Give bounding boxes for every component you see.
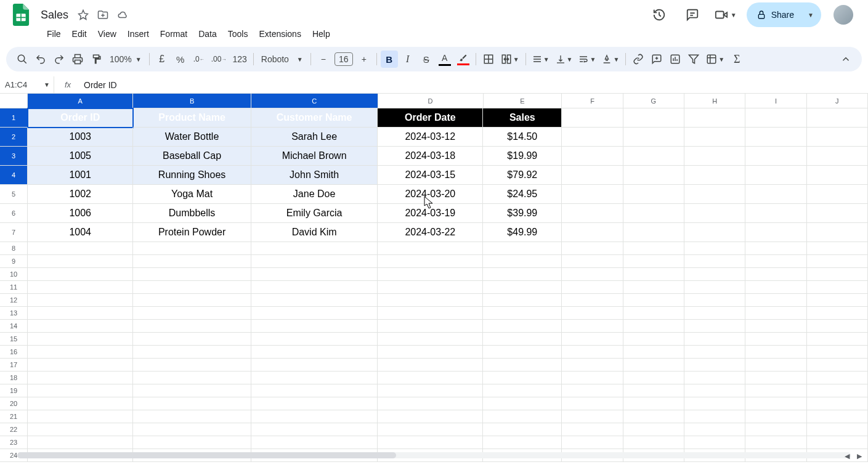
- cell-F4[interactable]: [562, 166, 623, 185]
- cell-A4[interactable]: 1001: [28, 166, 133, 185]
- cell-H17[interactable]: [684, 359, 745, 372]
- cell-F20[interactable]: [562, 397, 623, 410]
- cell-J14[interactable]: [807, 320, 868, 333]
- cell-C11[interactable]: [251, 281, 378, 294]
- cell-F22[interactable]: [562, 423, 623, 436]
- cell-E3[interactable]: $19.99: [483, 147, 562, 166]
- cell-C15[interactable]: [251, 333, 378, 346]
- cell-C7[interactable]: David Kim: [251, 223, 378, 242]
- cell-H13[interactable]: [684, 307, 745, 320]
- cell-H9[interactable]: [684, 255, 745, 268]
- cell-J6[interactable]: [807, 204, 868, 223]
- cell-F16[interactable]: [562, 346, 623, 359]
- cell-H11[interactable]: [684, 281, 745, 294]
- row-header-16[interactable]: 16: [0, 346, 28, 359]
- cell-A6[interactable]: 1006: [28, 204, 133, 223]
- cell-C12[interactable]: [251, 294, 378, 307]
- cell-B5[interactable]: Yoga Mat: [133, 185, 251, 204]
- cell-F19[interactable]: [562, 384, 623, 397]
- font-size-input[interactable]: [335, 52, 353, 66]
- cell-E18[interactable]: [483, 372, 562, 384]
- functions-button[interactable]: Σ: [728, 51, 745, 68]
- cell-A8[interactable]: [28, 242, 133, 255]
- cell-A17[interactable]: [28, 359, 133, 372]
- menu-format[interactable]: Format: [155, 26, 192, 41]
- cell-E10[interactable]: [483, 268, 562, 281]
- cell-G3[interactable]: [623, 147, 684, 166]
- cell-E2[interactable]: $14.50: [483, 128, 562, 147]
- cell-F11[interactable]: [562, 281, 623, 294]
- row-header-21[interactable]: 21: [0, 410, 28, 423]
- cell-E20[interactable]: [483, 397, 562, 410]
- cell-G19[interactable]: [623, 384, 684, 397]
- row-header-1[interactable]: 1: [0, 108, 28, 128]
- row-header-15[interactable]: 15: [0, 333, 28, 346]
- cell-B9[interactable]: [133, 255, 251, 268]
- cell-C20[interactable]: [251, 397, 378, 410]
- cell-J1[interactable]: [807, 108, 868, 128]
- menu-tools[interactable]: Tools: [223, 26, 253, 41]
- cell-C8[interactable]: [251, 242, 378, 255]
- cell-C23[interactable]: [251, 436, 378, 449]
- col-header-H[interactable]: H: [684, 94, 745, 108]
- cell-F10[interactable]: [562, 268, 623, 281]
- cell-I9[interactable]: [745, 255, 806, 268]
- cell-J5[interactable]: [807, 185, 868, 204]
- star-icon[interactable]: [77, 9, 89, 21]
- cell-I13[interactable]: [745, 307, 806, 320]
- cell-H8[interactable]: [684, 242, 745, 255]
- cell-G7[interactable]: [623, 223, 684, 242]
- cell-J13[interactable]: [807, 307, 868, 320]
- cell-C14[interactable]: [251, 320, 378, 333]
- cell-A13[interactable]: [28, 307, 133, 320]
- cell-H15[interactable]: [684, 333, 745, 346]
- cell-D8[interactable]: [378, 242, 483, 255]
- cell-H3[interactable]: [684, 147, 745, 166]
- cell-C21[interactable]: [251, 410, 378, 423]
- cell-G4[interactable]: [623, 166, 684, 185]
- cell-H20[interactable]: [684, 397, 745, 410]
- borders-button[interactable]: [480, 51, 497, 68]
- collapse-toolbar-button[interactable]: [837, 51, 854, 68]
- cell-J19[interactable]: [807, 384, 868, 397]
- cell-D7[interactable]: 2024-03-22: [378, 223, 483, 242]
- col-header-G[interactable]: G: [623, 94, 684, 108]
- cell-J8[interactable]: [807, 242, 868, 255]
- cell-B1[interactable]: Product Name: [133, 108, 251, 128]
- cell-G23[interactable]: [623, 436, 684, 449]
- cell-J9[interactable]: [807, 255, 868, 268]
- cell-G15[interactable]: [623, 333, 684, 346]
- cell-D12[interactable]: [378, 294, 483, 307]
- col-header-B[interactable]: B: [133, 94, 251, 108]
- cell-F13[interactable]: [562, 307, 623, 320]
- menu-help[interactable]: Help: [307, 26, 335, 41]
- cell-F17[interactable]: [562, 359, 623, 372]
- cell-E23[interactable]: [483, 436, 562, 449]
- cell-B17[interactable]: [133, 359, 251, 372]
- cell-G18[interactable]: [623, 372, 684, 384]
- cell-G10[interactable]: [623, 268, 684, 281]
- menu-data[interactable]: Data: [193, 26, 222, 41]
- cell-E1[interactable]: Sales: [483, 108, 562, 128]
- cell-H14[interactable]: [684, 320, 745, 333]
- cell-C5[interactable]: Jane Doe: [251, 185, 378, 204]
- cell-D18[interactable]: [378, 372, 483, 384]
- filter-views-button[interactable]: ▼: [704, 51, 727, 68]
- col-header-A[interactable]: A: [28, 94, 133, 108]
- paint-format-button[interactable]: [87, 51, 105, 68]
- col-header-D[interactable]: D: [378, 94, 484, 108]
- cell-B3[interactable]: Baseball Cap: [133, 147, 251, 166]
- cell-D17[interactable]: [378, 359, 483, 372]
- cell-D15[interactable]: [378, 333, 483, 346]
- cell-D13[interactable]: [378, 307, 483, 320]
- zoom-select[interactable]: 100%▼: [106, 54, 145, 64]
- cell-G21[interactable]: [623, 410, 684, 423]
- cell-A15[interactable]: [28, 333, 133, 346]
- cell-E12[interactable]: [483, 294, 562, 307]
- row-header-13[interactable]: 13: [0, 307, 28, 320]
- formula-bar[interactable]: Order ID: [81, 80, 868, 90]
- cell-B4[interactable]: Running Shoes: [133, 166, 251, 185]
- col-header-E[interactable]: E: [484, 94, 562, 108]
- cloud-status-icon[interactable]: [116, 9, 129, 21]
- cell-H16[interactable]: [684, 346, 745, 359]
